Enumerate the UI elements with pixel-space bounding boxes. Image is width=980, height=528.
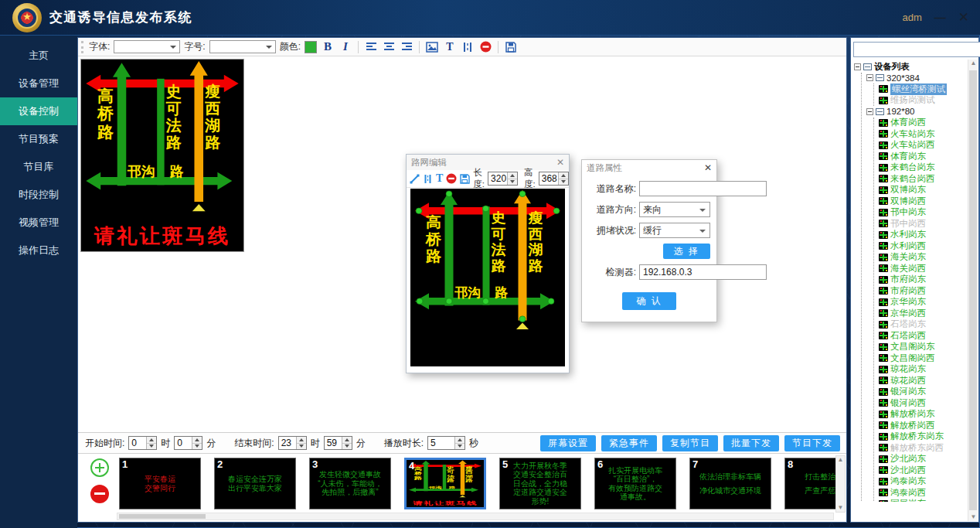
device-node-1-33[interactable]: 鸿泰岗西	[879, 487, 978, 499]
line-tool-icon[interactable]	[410, 172, 420, 186]
confirm-button[interactable]: 确 认	[622, 292, 675, 310]
duration-spinner[interactable]: 5	[427, 436, 465, 450]
close-icon[interactable]: ✕	[556, 157, 564, 168]
sidebar-item-program-plan[interactable]: 节目预案	[0, 125, 77, 153]
length-spinner[interactable]: 320	[488, 172, 518, 186]
spinner-arrows[interactable]	[507, 172, 517, 185]
height-spinner[interactable]: 368	[539, 172, 569, 186]
device-node-1-22[interactable]: 琼花岗东	[879, 364, 978, 376]
spinner-arrows[interactable]	[342, 437, 352, 449]
device-node-1-10[interactable]: 水利岗东	[879, 230, 978, 241]
spinner-arrows[interactable]	[558, 172, 568, 185]
tree-group-320x384[interactable]: 320*384	[866, 73, 978, 84]
spinner-arrows[interactable]	[192, 437, 202, 449]
spin-down-icon[interactable]	[455, 444, 464, 450]
spin-up-icon[interactable]	[559, 172, 568, 179]
device-node-1-9[interactable]: 邗中岗西	[879, 218, 978, 230]
text-tool-icon[interactable]: T	[436, 172, 443, 186]
device-node-1-3[interactable]: 体育岗东	[879, 151, 978, 162]
font-select[interactable]	[114, 40, 180, 53]
device-node-1-21[interactable]: 文昌阁岗西	[879, 353, 978, 364]
spin-down-icon[interactable]	[342, 444, 352, 450]
minimize-button[interactable]: —	[934, 12, 946, 23]
copy-program-button[interactable]: 复制节目	[662, 435, 718, 451]
device-node-1-25[interactable]: 银河岗西	[879, 397, 978, 409]
scroll-up-icon[interactable]: ▲	[836, 456, 845, 464]
device-node-1-2[interactable]: 火车站岗西	[879, 140, 978, 152]
playlist-item-2[interactable]: 2春运安全连万家出行平安靠大家	[214, 458, 296, 509]
close-button[interactable]: ✕	[958, 12, 969, 23]
device-node-1-23[interactable]: 琼花岗西	[879, 375, 978, 387]
emergency-event-button[interactable]: 紧急事件	[601, 435, 657, 451]
italic-button[interactable]: I	[339, 40, 352, 54]
scrollbar-thumb[interactable]	[119, 514, 206, 519]
device-node-1-4[interactable]: 来鹤台岗东	[879, 162, 978, 174]
tree-expander-icon[interactable]	[854, 63, 861, 70]
program-send-button[interactable]: 节目下发	[784, 435, 840, 451]
spin-down-icon[interactable]	[297, 444, 306, 450]
device-node-1-34[interactable]: 国展岗东	[879, 499, 978, 502]
align-left-icon[interactable]	[364, 40, 378, 54]
bold-button[interactable]: B	[321, 40, 335, 54]
device-node-1-15[interactable]: 市府岗西	[879, 285, 978, 297]
dialog-titlebar[interactable]: 路网编辑 ✕	[407, 155, 569, 170]
dialog-titlebar[interactable]: 道路属性 ✕	[582, 160, 716, 175]
delete-tool-icon[interactable]	[446, 172, 457, 186]
spin-down-icon[interactable]	[508, 179, 517, 186]
search-input[interactable]	[853, 42, 980, 57]
delete-icon[interactable]	[478, 40, 492, 54]
sidebar-item-device-management[interactable]: 设备管理	[0, 70, 77, 97]
device-node-1-6[interactable]: 双博岗东	[879, 185, 978, 196]
tree-expander-icon[interactable]	[866, 108, 873, 115]
scrollbar-thumb[interactable]	[969, 70, 977, 510]
playlist-item-6[interactable]: 6扎实开展电动车“百日整治”，有效预防道路交通事故。	[594, 458, 676, 509]
device-node-1-31[interactable]: 沙北岗西	[879, 465, 978, 476]
tree-expander-icon[interactable]	[866, 74, 873, 81]
spin-up-icon[interactable]	[342, 437, 352, 444]
color-swatch[interactable]	[305, 41, 317, 53]
tree-root[interactable]: 设备列表	[854, 61, 978, 73]
select-detector-button[interactable]: 选 择	[663, 244, 710, 259]
align-center-icon[interactable]	[382, 40, 396, 54]
sidebar-item-program-library[interactable]: 节目库	[0, 153, 77, 181]
device-node-1-0[interactable]: 体育岗西	[879, 118, 978, 129]
tree-group-192x80[interactable]: 192*80	[866, 106, 978, 118]
batch-send-button[interactable]: 批量下发	[723, 435, 779, 451]
spin-up-icon[interactable]	[297, 437, 306, 444]
device-node-1-16[interactable]: 京华岗东	[879, 297, 978, 308]
edit-road-diagram[interactable]: 高桥路史可法路瘦西湖路邗沟路	[410, 189, 565, 366]
sidebar-item-video-management[interactable]: 视频管理	[0, 209, 77, 237]
insert-text-icon[interactable]: T	[443, 40, 457, 54]
screen-settings-button[interactable]: 屏幕设置	[540, 435, 596, 451]
save-icon[interactable]	[504, 40, 518, 54]
device-node-1-1[interactable]: 火车站岗东	[879, 128, 978, 140]
playlist-horizontal-scrollbar[interactable]	[117, 513, 834, 520]
spinner-arrows[interactable]	[296, 437, 306, 449]
device-node-1-30[interactable]: 沙北岗东	[879, 454, 978, 465]
end-hour-spinner[interactable]: 23	[278, 436, 307, 450]
sidebar-item-device-control[interactable]: 设备控制	[0, 97, 77, 125]
device-node-1-8[interactable]: 邗中岗东	[879, 207, 978, 219]
save-tool-icon[interactable]	[460, 172, 470, 186]
device-node-1-28[interactable]: 解放桥东岗东	[879, 431, 978, 443]
device-node-1-29[interactable]: 解放桥东岗西	[879, 442, 978, 454]
spin-up-icon[interactable]	[192, 437, 202, 444]
congestion-select[interactable]: 缓行	[639, 223, 710, 238]
start-minute-spinner[interactable]: 0	[174, 436, 202, 450]
spin-down-icon[interactable]	[192, 444, 202, 450]
detector-input[interactable]	[639, 264, 767, 280]
device-node-0-0[interactable]: 螺丝湾桥测试	[879, 83, 978, 95]
spin-up-icon[interactable]	[508, 172, 517, 179]
scroll-up-icon[interactable]: ▲	[968, 60, 978, 67]
playlist-item-7[interactable]: 7依法治理非标车辆净化城市交通环境	[689, 458, 771, 509]
spinner-arrows[interactable]	[454, 437, 464, 449]
close-icon[interactable]: ✕	[704, 162, 712, 173]
end-minute-spinner[interactable]: 59	[324, 436, 352, 450]
sidebar-item-schedule-control[interactable]: 时段控制	[0, 181, 77, 209]
remove-program-button[interactable]	[90, 485, 109, 503]
device-node-1-19[interactable]: 石塔岗西	[879, 330, 978, 342]
device-node-1-12[interactable]: 海关岗东	[879, 252, 978, 264]
device-node-1-32[interactable]: 鸿泰岗东	[879, 476, 978, 488]
sidebar-item-operation-log[interactable]: 操作日志	[0, 237, 77, 264]
device-node-1-5[interactable]: 来鹤台岗西	[879, 173, 978, 185]
